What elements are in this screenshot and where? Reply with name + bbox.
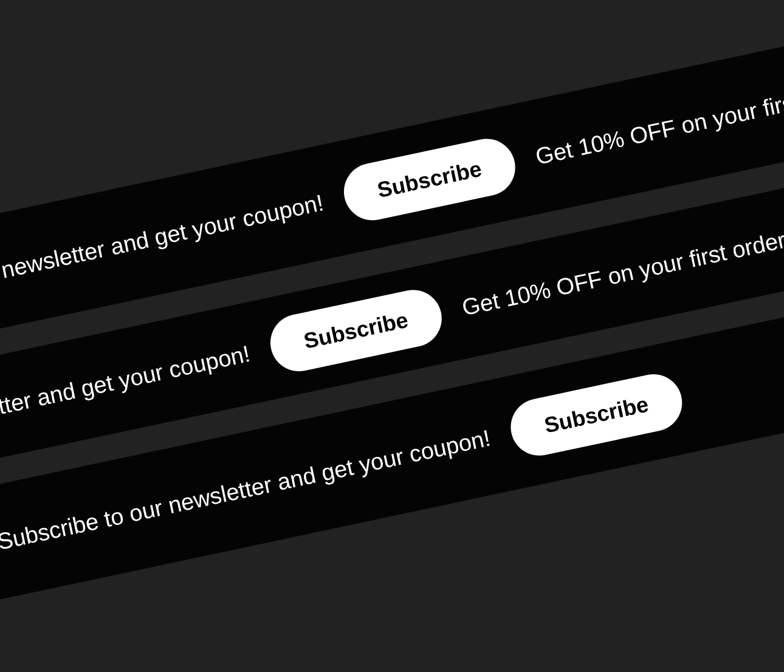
promo-message: Get 10% OFF on your first order. Subscri… (0, 425, 493, 626)
subscribe-button[interactable]: Subscribe (265, 284, 447, 376)
promo-banner-stage: Get 10% OFF on your first order. Subscri… (0, 0, 784, 672)
subscribe-button[interactable]: Subscribe (339, 134, 520, 225)
rotated-banner-group: Get 10% OFF on your first order. Subscri… (0, 16, 784, 657)
subscribe-button[interactable]: Subscribe (506, 369, 687, 461)
promo-message: Get 10% OFF on your first order. Subscri… (533, 0, 784, 170)
